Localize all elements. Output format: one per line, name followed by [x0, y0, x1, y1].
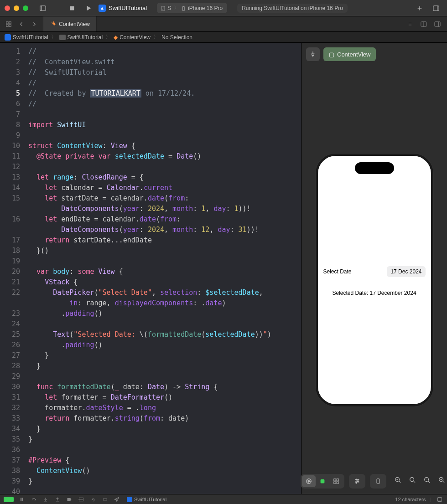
zoom-fit-button[interactable]: 1 [420, 474, 434, 486]
code-line[interactable]: .padding() [28, 340, 301, 350]
location-icon[interactable] [113, 496, 120, 503]
pin-preview-button[interactable] [306, 47, 320, 61]
datepicker-value[interactable]: 17 Dec 2024 [387, 266, 425, 277]
svg-line-36 [428, 481, 430, 483]
code-line[interactable]: } [28, 476, 301, 487]
close-window-button[interactable] [5, 5, 10, 11]
code-line[interactable]: let formatter = DateFormatter() [28, 392, 301, 403]
live-preview-button[interactable] [302, 475, 316, 487]
code-line[interactable]: @State private var selectedDate = Date() [28, 151, 301, 162]
scheme-selector[interactable]: ▲ SwiftUITutorial [99, 5, 147, 12]
code-line[interactable]: } [28, 424, 301, 434]
code-line[interactable]: Text("Selected Date: \(formattedDate(sel… [28, 329, 301, 340]
source-editor[interactable]: 1234567891011121314151617181920212223242… [0, 43, 301, 494]
selectable-preview-button[interactable] [316, 475, 329, 487]
code-line[interactable]: return startDate...endDate [28, 235, 301, 246]
crumb-selection[interactable]: No Selection [161, 34, 192, 41]
stop-button[interactable] [66, 3, 78, 13]
debug-view-icon[interactable] [78, 496, 85, 503]
minimize-window-button[interactable] [14, 5, 19, 11]
code-line[interactable] [28, 162, 301, 172]
related-items-button[interactable] [4, 19, 14, 29]
crumb-file[interactable]: ◆ ContentView [114, 34, 151, 41]
code-line[interactable] [28, 130, 301, 141]
code-line[interactable] [28, 319, 301, 329]
pause-button[interactable] [18, 496, 26, 503]
process-label[interactable]: SwiftUITutorial [127, 497, 166, 502]
code-line[interactable]: let startDate = calendar.date(from: Date… [28, 193, 301, 214]
crumb-folder[interactable]: SwiftUITutorial [59, 34, 103, 41]
svg-rect-19 [333, 479, 335, 481]
breakpoint-icon[interactable] [66, 496, 73, 503]
code-line[interactable]: import SwiftUI [28, 120, 301, 130]
code-line[interactable]: var body: some View { [28, 267, 301, 277]
code-line[interactable]: VStack { [28, 277, 301, 288]
device-settings-button[interactable] [350, 475, 364, 487]
code-line[interactable]: // ContentView.swift [28, 57, 301, 67]
code-line[interactable]: func formattedDate(_ date: Date) -> Stri… [28, 382, 301, 392]
simulator-device[interactable]: Select Date 17 Dec 2024 Selected Date: 1… [316, 154, 433, 406]
code-line[interactable]: } [28, 434, 301, 445]
code-line[interactable]: return formatter.string(from: date) [28, 413, 301, 424]
run-button[interactable] [82, 3, 95, 13]
canvas-toggle-button[interactable] [419, 19, 429, 29]
code-line[interactable]: #Preview { [28, 455, 301, 466]
code-line[interactable]: // [28, 46, 301, 57]
code-line[interactable]: } [28, 361, 301, 371]
device-area: Select Date 17 Dec 2024 Selected Date: 1… [301, 66, 447, 494]
add-editor-button[interactable] [432, 19, 442, 29]
run-destination[interactable]: ⍁ S 〉 ▯ iPhone 16 Pro [157, 3, 227, 13]
toggle-navigator-button[interactable] [36, 3, 49, 13]
debug-ui-icon[interactable]: ▭ [101, 496, 109, 503]
adjust-editor-button[interactable]: ≡ [405, 19, 415, 29]
code-line[interactable]: }() [28, 246, 301, 256]
scheme-short: S [167, 5, 171, 11]
zoom-in-button[interactable] [435, 474, 447, 486]
preview-toolbar: 1 [301, 474, 447, 489]
preview-tab[interactable]: ▢ ContentView [323, 47, 376, 61]
debug-indicator[interactable] [4, 497, 14, 502]
code-line[interactable]: // [28, 99, 301, 109]
add-tab-button[interactable] [413, 3, 426, 13]
code-line[interactable] [28, 371, 301, 382]
code-line[interactable] [28, 487, 301, 494]
toggle-debug-area-button[interactable] [436, 496, 443, 503]
code-line[interactable] [28, 109, 301, 120]
step-out-button[interactable] [54, 496, 61, 503]
crumb-project[interactable]: SwiftUITutorial [5, 34, 48, 41]
code-line[interactable]: .padding() [28, 309, 301, 319]
toggle-inspector-button[interactable] [430, 3, 442, 13]
zoom-out-button[interactable] [391, 474, 405, 486]
code-line[interactable] [28, 445, 301, 455]
code-line[interactable]: // [28, 78, 301, 88]
jump-bar[interactable]: SwiftUITutorial 〉 SwiftUITutorial 〉 ◆ Co… [0, 32, 447, 43]
debug-bar: ⎋ ▭ SwiftUITutorial 12 characters | [0, 494, 447, 504]
code-line[interactable]: ContentView() [28, 466, 301, 476]
zoom-window-button[interactable] [23, 5, 28, 11]
code-line[interactable] [28, 256, 301, 267]
svg-line-39 [442, 481, 444, 483]
step-into-button[interactable] [42, 496, 49, 503]
code-line[interactable]: // SwiftUITutorial [28, 67, 301, 78]
project-name: SwiftUITutorial [109, 5, 147, 11]
orientation-button[interactable] [371, 475, 385, 487]
code-line[interactable]: formatter.dateStyle = .long [28, 403, 301, 413]
step-over-button[interactable] [30, 496, 37, 503]
code-line[interactable]: struct ContentView: View { [28, 141, 301, 151]
code-line[interactable]: // Created by TUTORIALKART on 17/12/24. [28, 88, 301, 99]
code-line[interactable]: let range: ClosedRange = { [28, 172, 301, 183]
code-line[interactable]: let endDate = calendar.date(from: DateCo… [28, 214, 301, 235]
nav-forward-button[interactable] [29, 19, 39, 29]
app-icon: ▲ [99, 5, 106, 12]
code-line[interactable]: } [28, 350, 301, 361]
zoom-actual-button[interactable] [405, 474, 419, 486]
code-area[interactable]: //// ContentView.swift// SwiftUITutorial… [26, 43, 301, 494]
debug-memory-icon[interactable]: ⎋ [89, 496, 97, 503]
nav-back-button[interactable] [16, 19, 26, 29]
code-line[interactable]: let calendar = Calendar.current [28, 183, 301, 193]
window-controls [5, 5, 28, 11]
folder-icon [59, 35, 66, 40]
code-line[interactable]: DatePicker("Select Date", selection: $se… [28, 288, 301, 309]
variants-button[interactable] [329, 475, 343, 487]
editor-tab[interactable]: ContentView [43, 16, 97, 31]
